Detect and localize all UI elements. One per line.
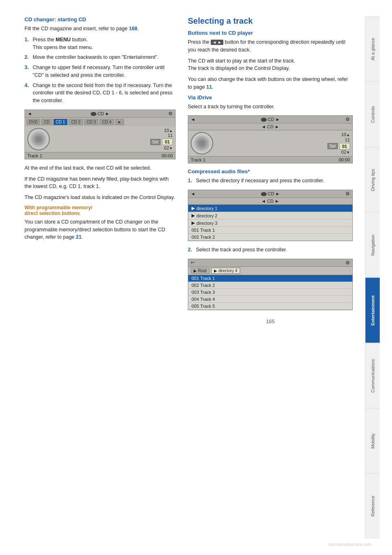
page-ref-11[interactable]: 11	[206, 84, 212, 90]
cd-tabs-row: DVD CD CD 1 CD 2 CD 3 CD 4 ►	[25, 118, 175, 126]
idrive-time: 00:00	[339, 157, 350, 162]
buttons-text: Press the ◄ ► button for the correspondi…	[188, 38, 353, 54]
idrive-track-label: Track 1	[191, 157, 205, 162]
step-1: 1. Press the MENU button.This opens the …	[24, 36, 176, 51]
dir-arrow-1: ▶	[192, 206, 195, 211]
time-display: 00:00	[161, 153, 173, 158]
idrive-set-value: 01	[339, 143, 350, 150]
dir2-track1[interactable]: 001 Track 1	[188, 275, 352, 282]
idrive-bottom: Track 1 00:00	[188, 156, 352, 163]
via-idrive-text: Select a track by turning the controller…	[188, 103, 353, 111]
sidebar-item-navigation[interactable]: Navigation	[365, 212, 380, 278]
track-label: Track 1	[27, 153, 42, 158]
cd-indicator-idrive: CD ►	[261, 117, 280, 122]
cd-display-main: 10▲ 11 Set 01 02▼	[25, 126, 175, 152]
breadcrumb-root[interactable]: ▶ Root	[191, 268, 209, 274]
tab-cd4[interactable]: CD 4	[100, 119, 114, 125]
dir-item-track1[interactable]: 001 Track 1	[188, 227, 352, 234]
page-number: 165	[188, 318, 353, 329]
steps-list: 1. Press the MENU button.This opens the …	[24, 36, 176, 105]
dir-item-2[interactable]: ▶ directory 2	[188, 212, 352, 219]
idrive-main: 10▲ 11 Set 01 02▼	[188, 130, 352, 156]
idrive-track-10: 10▲	[341, 132, 350, 137]
idrive-track-11: 11	[345, 137, 350, 142]
after-text-1: At the end of the last track, the next C…	[24, 164, 176, 172]
set-button[interactable]: Set	[150, 139, 160, 145]
dir-arrow-2: ▶	[192, 213, 195, 218]
cd-display-bottom: Track 1 00:00	[25, 152, 175, 159]
settings-icon: ⚙	[168, 111, 173, 116]
sidebar-item-at-a-glance[interactable]: At a glance	[365, 16, 380, 82]
dir2-track2[interactable]: 002 Track 2	[188, 282, 352, 289]
tab-cd1[interactable]: CD 1	[53, 119, 68, 125]
track-num-11: 11	[168, 133, 173, 138]
page-ref-21[interactable]: 21	[76, 234, 82, 240]
cd-changer-heading: CD changer: starting CD	[24, 16, 176, 22]
cd-nav: ◄ CD ►	[261, 124, 279, 129]
via-idrive-heading: Via iDrive	[188, 94, 353, 101]
dir2-track4[interactable]: 004 Track 4	[188, 296, 352, 303]
sidebar-item-controls[interactable]: Controls	[365, 82, 380, 147]
compressed-step2: 2. Select the track and press the contro…	[188, 246, 353, 254]
compressed-steps-2: 2. Select the track and press the contro…	[188, 246, 353, 254]
dir-item-track2[interactable]: 002 Track 2	[188, 234, 352, 241]
dir-arrow-3: ▶	[192, 220, 195, 226]
track-num-10: 10▲	[164, 128, 173, 133]
sidebar-item-communications[interactable]: Communications	[365, 343, 380, 408]
sidebar-item-driving-tips[interactable]: Driving tips	[365, 147, 380, 213]
compressed-heading: Compressed audio files*	[188, 168, 353, 175]
left-column: CD changer: starting CD Fill the CD maga…	[24, 16, 176, 539]
track-info: 10▲ 11 Set 01 02▼	[53, 128, 173, 150]
tab-dvd[interactable]: DVD	[27, 119, 40, 125]
settings-icon-idrive: ⚙	[345, 116, 350, 122]
buttons-text3: You can also change the track with butto…	[188, 76, 353, 91]
nav-left: ◄	[27, 111, 32, 116]
right-column: Selecting a track Buttons next to CD pla…	[188, 16, 353, 539]
dir-display-1: ◄ CD ► ⚙ ◄ CD ► ▶ directory 1 ▶ director…	[188, 190, 353, 241]
prog-memory-heading: With programmable memory/direct selectio…	[24, 205, 176, 216]
tab-cd3[interactable]: CD 3	[84, 119, 98, 125]
step-3: 3. Change to upper field if necessary. T…	[24, 64, 176, 79]
idrive-set-button[interactable]: Set	[327, 143, 338, 149]
sidebar: At a glance Controls Driving tips Naviga…	[365, 16, 380, 539]
compressed-steps: 1. Select the directory if necessary and…	[188, 177, 353, 185]
dir-nav-left: ◄	[191, 191, 195, 196]
dir2-track5[interactable]: 005 Track 5	[188, 303, 352, 310]
tab-cd[interactable]: CD	[41, 119, 52, 125]
tab-next[interactable]: ►	[115, 119, 124, 125]
idrive-cd-display: ◄ CD ► ⚙ ◄ CD ► 10▲ 11 Set 01 02▼	[188, 115, 353, 163]
dir-list-1: ▶ directory 1 ▶ directory 2 ▶ directory …	[188, 205, 352, 241]
step-2: 2. Move the controller backwards to open…	[24, 54, 176, 61]
breadcrumb-bar: ▶ Root ▶ directory 4	[188, 267, 352, 275]
back-icon[interactable]: ↩	[191, 260, 194, 265]
page-ref-168[interactable]: 168	[129, 26, 138, 31]
after-text-3: The CD magazine's load status is indicat…	[24, 194, 176, 201]
disc-image-idrive	[191, 132, 213, 154]
nav-left-idrive: ◄	[191, 117, 195, 122]
dir2-settings-icon: ⚙	[345, 260, 350, 266]
dir2-track3[interactable]: 003 Track 3	[188, 289, 352, 296]
dir-item-3[interactable]: ▶ directory 3	[188, 219, 352, 227]
prog-memory-text: You can store a CD compartment of the CD…	[24, 218, 176, 241]
step-4: 4. Change to the second field from the t…	[24, 82, 176, 105]
tab-cd2[interactable]: CD 2	[69, 119, 83, 125]
dir2-top-bar: ↩ ⚙	[188, 259, 352, 267]
breadcrumb-dir4[interactable]: ▶ directory 4	[211, 268, 240, 274]
sidebar-item-entertainment[interactable]: Entertainment	[365, 278, 380, 343]
selecting-track-heading: Selecting a track	[188, 16, 353, 26]
idrive-set-row: Set 01	[327, 143, 350, 150]
dir-display-2: ↩ ⚙ ▶ Root ▶ directory 4 001 Track 1 002…	[188, 259, 353, 310]
disc-image	[27, 128, 50, 150]
cd-changer-intro: Fill the CD magazine and insert, refer t…	[24, 25, 176, 33]
dir-item-1[interactable]: ▶ directory 1	[188, 205, 352, 212]
after-text-2: If the CD magazine has been newly filled…	[24, 175, 176, 191]
sidebar-item-reference[interactable]: Reference	[365, 473, 380, 539]
dir-cd-indicator: CD ►	[261, 191, 280, 196]
cd-display-left: ◄ CD ► ⚙ DVD CD CD 1 CD 2 CD 3 CD 4 ► 10…	[24, 110, 176, 159]
watermark: carmanualsonline.info	[328, 542, 372, 547]
sidebar-item-mobility[interactable]: Mobility	[365, 408, 380, 474]
dir-cd-nav: ◄ CD ►	[261, 199, 279, 204]
idrive-track-02: 02▼	[341, 150, 350, 154]
buttons-subheading: Buttons next to CD player	[188, 30, 353, 36]
idrive-second-bar: ◄ CD ►	[188, 123, 352, 130]
